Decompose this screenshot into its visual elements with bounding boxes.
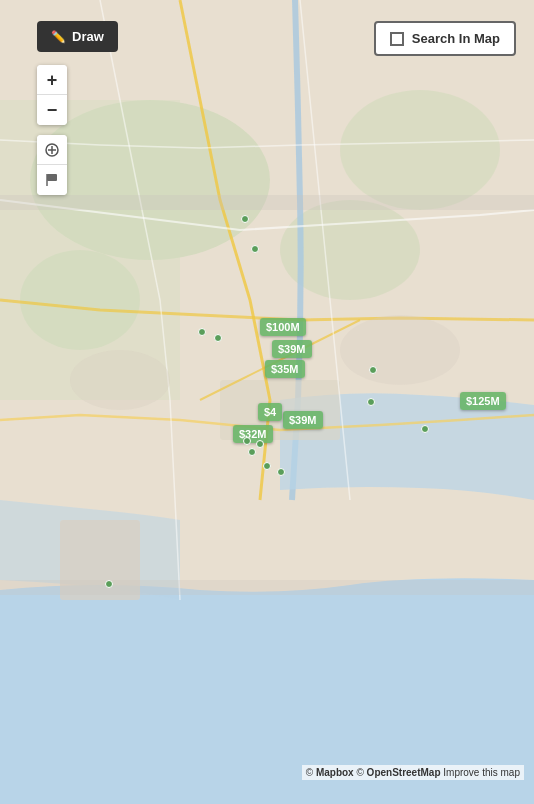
search-in-map-label: Search In Map [412, 31, 500, 46]
dot-marker-d13[interactable] [105, 580, 113, 588]
search-in-map-button[interactable]: Search In Map [374, 21, 516, 56]
svg-rect-10 [0, 195, 534, 210]
dot-marker-d5[interactable] [369, 366, 377, 374]
tool-controls [37, 135, 67, 195]
svg-point-8 [70, 350, 170, 410]
price-marker-m4[interactable]: $39M [283, 411, 323, 429]
dot-marker-d12[interactable] [277, 468, 285, 476]
price-marker-m5[interactable]: $4 [258, 403, 282, 421]
flag-icon [44, 172, 60, 188]
svg-point-3 [340, 90, 500, 210]
magnet-tool-button[interactable] [37, 135, 67, 165]
mapbox-link[interactable]: Mapbox [316, 767, 354, 778]
svg-rect-11 [0, 580, 534, 595]
dot-marker-d11[interactable] [263, 462, 271, 470]
map-attribution: © Mapbox © OpenStreetMap Improve this ma… [302, 765, 524, 780]
flag-tool-button[interactable] [37, 165, 67, 195]
svg-rect-15 [47, 174, 57, 181]
draw-button[interactable]: ✏️ Draw [37, 21, 118, 52]
dot-marker-d7[interactable] [421, 425, 429, 433]
osm-link[interactable]: OpenStreetMap [367, 767, 441, 778]
zoom-controls: + − [37, 65, 67, 125]
svg-point-9 [340, 315, 460, 385]
pencil-icon: ✏️ [51, 30, 66, 44]
price-marker-m6[interactable]: $32M [233, 425, 273, 443]
map-container[interactable]: ✏️ Draw Search In Map + − $100M$39M$35M$… [0, 0, 534, 804]
dot-marker-d4[interactable] [214, 334, 222, 342]
dot-marker-d6[interactable] [367, 398, 375, 406]
magnet-icon [44, 142, 60, 158]
price-marker-m1[interactable]: $100M [260, 318, 306, 336]
dot-marker-d2[interactable] [251, 245, 259, 253]
map-background [0, 0, 534, 804]
improve-map-link[interactable]: Improve this map [443, 767, 520, 778]
zoom-out-button[interactable]: − [37, 95, 67, 125]
dot-marker-d3[interactable] [198, 328, 206, 336]
price-marker-m7[interactable]: $125M [460, 392, 506, 410]
zoom-in-button[interactable]: + [37, 65, 67, 95]
dot-marker-d8[interactable] [243, 437, 251, 445]
draw-label: Draw [72, 29, 104, 44]
dot-marker-d1[interactable] [241, 215, 249, 223]
dot-marker-d9[interactable] [256, 440, 264, 448]
search-in-map-checkbox[interactable] [390, 32, 404, 46]
price-marker-m2[interactable]: $39M [272, 340, 312, 358]
dot-marker-d10[interactable] [248, 448, 256, 456]
price-marker-m3[interactable]: $35M [265, 360, 305, 378]
